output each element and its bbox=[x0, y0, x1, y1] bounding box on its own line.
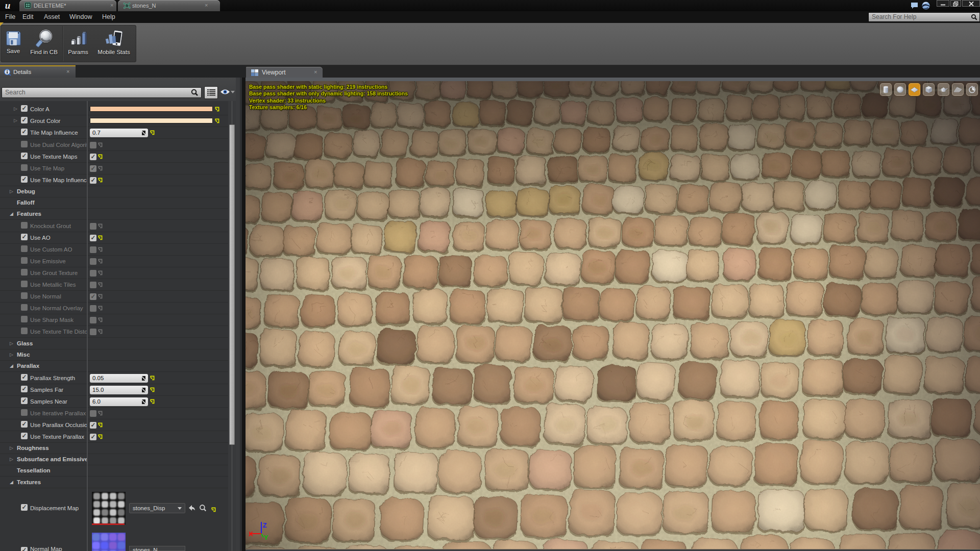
svg-text:Z: Z bbox=[263, 521, 267, 529]
svg-text:Y: Y bbox=[264, 534, 268, 540]
svg-text:X: X bbox=[249, 530, 253, 538]
